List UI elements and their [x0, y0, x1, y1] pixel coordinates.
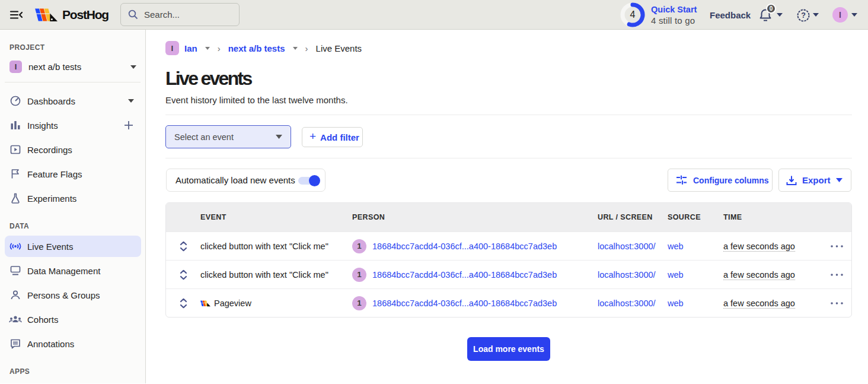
svg-text:?: ?: [801, 11, 806, 20]
